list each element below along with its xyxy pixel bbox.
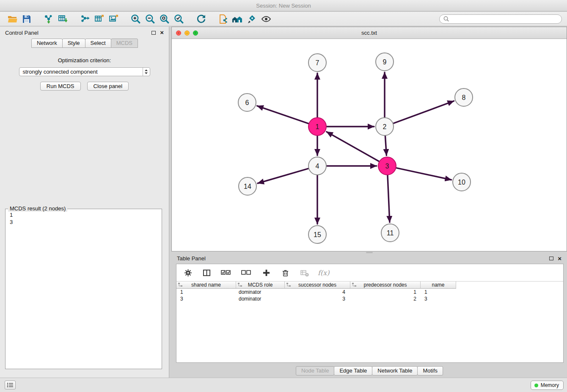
zoom-selected-button[interactable] [172,13,186,25]
cell-name[interactable]: 1 [421,289,456,295]
memory-button[interactable]: Memory [531,381,564,390]
task-history-button[interactable] [5,381,16,389]
export-table-button[interactable] [92,13,107,25]
open-file-button[interactable] [5,13,19,25]
cell-mcds-role[interactable]: dominator [236,289,285,295]
column-header-successor-nodes[interactable]: successor nodes [285,282,350,289]
tab-edge-table[interactable]: Edge Table [334,366,372,375]
save-session-button[interactable] [19,13,34,25]
sort-icon [178,283,182,287]
mcds-result-text[interactable]: 1 3 [6,209,162,228]
network-edge[interactable] [327,132,379,161]
zoom-in-button[interactable] [129,13,143,25]
cell-shared-name[interactable]: 1 [176,289,236,295]
network-node-label: 2 [383,123,387,130]
export-network-button[interactable] [78,13,92,25]
network-node[interactable]: 9 [376,53,394,71]
table-settings-button[interactable] [182,266,193,279]
sort-icon [286,283,291,287]
apply-style-button[interactable] [245,13,259,25]
open-folder-icon [7,14,18,24]
network-node[interactable]: 3 [378,157,396,175]
network-graph[interactable]: 7968124310141511 [172,39,567,251]
import-table-button[interactable] [56,13,70,25]
close-table-panel-icon[interactable]: × [558,257,561,261]
tab-select[interactable]: Select [85,39,111,48]
cell-predecessor-nodes[interactable]: 2 [350,295,421,302]
network-edge[interactable] [257,106,309,124]
refresh-button[interactable] [194,13,208,25]
create-column-button[interactable] [260,266,272,279]
zoom-fit-button[interactable] [157,13,172,25]
zoom-out-button[interactable] [143,13,157,25]
network-canvas[interactable]: 7968124310141511 [172,39,567,251]
criterion-select[interactable]: strongly connected component [19,67,150,76]
network-node[interactable]: 15 [308,226,326,243]
cell-shared-name[interactable]: 3 [176,295,236,302]
float-panel-icon[interactable] [151,31,156,35]
search-field[interactable] [439,14,562,24]
network-node-label: 1 [316,123,319,130]
close-window-icon[interactable]: × [176,30,181,36]
search-input[interactable] [452,16,558,22]
eye-icon [261,14,272,24]
network-node[interactable]: 4 [308,157,326,175]
minimize-window-icon[interactable]: − [184,30,190,36]
network-edge[interactable] [385,136,386,155]
cell-predecessor-nodes[interactable]: 1 [350,289,421,295]
tab-style[interactable]: Style [62,39,85,48]
delete-table-icon [300,269,309,277]
cell-successor-nodes[interactable]: 3 [285,295,350,302]
function-builder-button[interactable]: f(x) [318,269,329,277]
cell-successor-nodes[interactable]: 4 [285,289,350,295]
column-header-mcds-role[interactable]: MCDS role [236,282,285,289]
gear-icon [184,269,192,277]
column-header-predecessor-nodes[interactable]: predecessor nodes [350,282,421,289]
search-icon [443,16,449,22]
float-table-panel-icon[interactable] [549,257,553,260]
network-node[interactable]: 1 [308,118,326,135]
select-all-icon [221,270,231,276]
network-node-label: 15 [314,231,321,238]
tab-network-table[interactable]: Network Table [372,366,418,375]
table-row[interactable]: 3 dominator 3 2 3 [176,295,563,302]
show-columns-button[interactable] [201,266,212,279]
network-node[interactable]: 6 [238,94,256,111]
run-mcds-button[interactable]: Run MCDS [40,82,81,91]
tab-mcds[interactable]: MCDS [111,39,138,48]
network-edge[interactable] [394,101,454,124]
column-header-name[interactable]: name [421,282,456,289]
cell-name[interactable]: 3 [421,295,456,302]
network-node[interactable]: 2 [376,118,394,135]
tab-node-table[interactable]: Node Table [296,366,335,375]
network-node[interactable]: 11 [381,224,399,242]
column-header-shared-name[interactable]: shared name [176,282,236,289]
network-node[interactable]: 7 [308,54,326,72]
tab-network[interactable]: Network [31,39,63,48]
delete-table-button[interactable] [298,266,310,279]
network-edge[interactable] [258,168,308,183]
import-table-icon [58,14,68,24]
network-node[interactable]: 10 [453,173,471,191]
home-overview-button[interactable] [230,13,245,25]
select-all-rows-button[interactable] [220,266,232,279]
deselect-all-rows-button[interactable] [240,266,253,279]
delete-column-button[interactable] [280,266,291,279]
network-node[interactable]: 14 [239,177,256,195]
show-hide-button[interactable] [259,13,273,25]
network-node[interactable]: 8 [455,88,473,106]
close-panel-icon[interactable]: × [160,30,164,35]
tab-motifs[interactable]: Motifs [417,366,443,375]
network-edge[interactable] [396,168,451,180]
import-network-button[interactable] [41,13,56,25]
document-network-button[interactable] [216,13,230,25]
network-edge[interactable] [388,175,390,222]
import-network-icon [44,14,54,24]
close-panel-button[interactable]: Close panel [87,82,129,91]
network-view-window: × − + scc.txt 7968124310141511 [171,27,567,251]
zoom-out-icon [145,14,156,25]
export-image-button[interactable] [107,13,121,25]
maximize-window-icon[interactable]: + [193,30,198,36]
cell-mcds-role[interactable]: dominator [236,295,285,302]
table-row[interactable]: 1 dominator 4 1 1 [176,289,563,295]
